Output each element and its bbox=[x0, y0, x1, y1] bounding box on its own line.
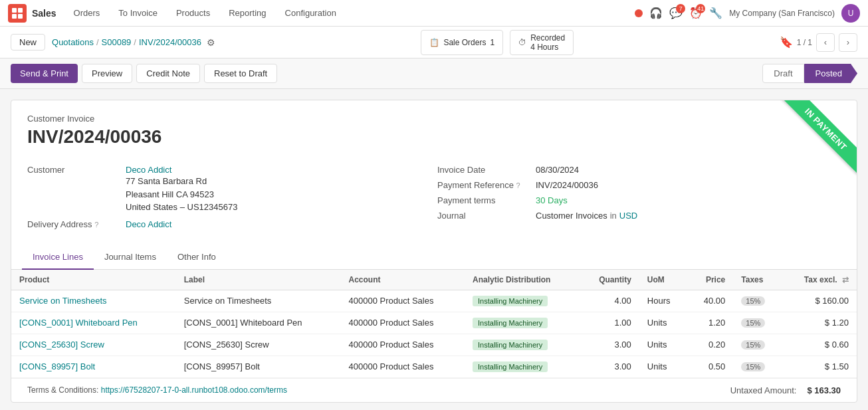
delivery-label: Delivery Address ? bbox=[27, 219, 120, 229]
invoice-header: Customer Invoice INV/2024/00036 bbox=[11, 100, 857, 165]
product-link[interactable]: [CONS_25630] Screw bbox=[19, 340, 104, 350]
sale-orders-icon: 📋 bbox=[429, 38, 439, 47]
tab-invoice-lines[interactable]: Invoice Lines bbox=[22, 245, 94, 270]
send-print-button[interactable]: Send & Print bbox=[11, 64, 78, 83]
row-account: 400000 Product Sales bbox=[341, 290, 465, 312]
prev-arrow[interactable]: ‹ bbox=[816, 33, 835, 52]
breadcrumb-sep2: / bbox=[134, 37, 136, 47]
activity-badge: 41 bbox=[696, 4, 705, 13]
app-logo[interactable] bbox=[8, 4, 27, 23]
svg-rect-3 bbox=[18, 14, 23, 19]
product-link[interactable]: Service on Timesheets bbox=[19, 296, 107, 306]
company-info[interactable]: My Company (San Francisco) bbox=[729, 9, 835, 18]
untaxed-label: Untaxed Amount: bbox=[730, 385, 797, 395]
invoice-table: Product Label Account Analytic Distribut… bbox=[11, 270, 857, 378]
table-header: Product Label Account Analytic Distribut… bbox=[11, 270, 857, 290]
row-price: 0.20 bbox=[687, 334, 733, 356]
preview-button[interactable]: Preview bbox=[82, 64, 132, 83]
customer-name[interactable]: Deco Addict bbox=[126, 165, 237, 175]
product-link[interactable]: [CONS_89957] Bolt bbox=[19, 361, 95, 371]
row-analytic: Installing Machinery bbox=[465, 290, 580, 312]
col-tax-excl: Tax excl. ⇄ bbox=[782, 270, 857, 290]
nav-configuration[interactable]: Configuration bbox=[281, 5, 340, 21]
totals: Untaxed Amount: $ 163.30 bbox=[730, 385, 841, 395]
terms-text: Terms & Conditions: https://67528207-17-… bbox=[27, 385, 287, 395]
customer-row: Customer Deco Addict 77 Santa Barbara Rd… bbox=[27, 165, 431, 214]
next-arrow[interactable]: › bbox=[839, 33, 857, 52]
customer-address1: 77 Santa Barbara Rd bbox=[126, 175, 237, 188]
invoice-date-row: Invoice Date 08/30/2024 bbox=[437, 165, 841, 175]
row-quantity: 3.00 bbox=[580, 356, 639, 377]
new-button[interactable]: New bbox=[11, 34, 45, 51]
payment-ref-label: Payment Reference ? bbox=[437, 180, 530, 190]
row-uom: Units bbox=[639, 334, 687, 356]
invoice-meta: Customer Deco Addict 77 Santa Barbara Rd… bbox=[11, 165, 857, 245]
payment-terms-value[interactable]: 30 Days bbox=[536, 195, 568, 205]
breadcrumb-gear-icon[interactable]: ⚙ bbox=[207, 37, 215, 48]
terms-link[interactable]: https://67528207-17-0-all.runbot108.odoo… bbox=[101, 385, 287, 395]
breadcrumb-s00089[interactable]: S00089 bbox=[102, 37, 132, 47]
recorded-hours-button[interactable]: ⏱ Recorded 4 Hours bbox=[510, 30, 574, 55]
customer-address3: United States – US12345673 bbox=[126, 201, 237, 214]
app-name[interactable]: Sales bbox=[32, 8, 56, 19]
messages-icon[interactable]: 💬7 bbox=[669, 7, 683, 20]
row-analytic: Installing Machinery bbox=[465, 334, 580, 356]
breadcrumb-right: 🔖 1 / 1 ‹ › bbox=[780, 33, 857, 52]
row-quantity: 1.00 bbox=[580, 312, 639, 334]
tab-journal-items[interactable]: Journal Items bbox=[94, 245, 167, 270]
row-label: [CONS_0001] Whiteboard Pen bbox=[176, 312, 341, 334]
col-price: Price bbox=[687, 270, 733, 290]
row-uom: Hours bbox=[639, 290, 687, 312]
product-link[interactable]: [CONS_0001] Whiteboard Pen bbox=[19, 318, 138, 328]
invoice-footer: Terms & Conditions: https://67528207-17-… bbox=[11, 378, 857, 402]
row-price: 40.00 bbox=[687, 290, 733, 312]
nav-reporting[interactable]: Reporting bbox=[225, 5, 270, 21]
table-row: [CONS_0001] Whiteboard Pen [CONS_0001] W… bbox=[11, 312, 857, 334]
breadcrumb-sep1: / bbox=[96, 37, 99, 47]
tab-other-info[interactable]: Other Info bbox=[167, 245, 227, 270]
journal-currency[interactable]: USD bbox=[619, 211, 637, 221]
headset-icon[interactable]: 🎧 bbox=[649, 7, 663, 20]
delivery-help-icon[interactable]: ? bbox=[94, 221, 98, 229]
breadcrumb-center: 📋 Sale Orders 1 ⏱ Recorded 4 Hours bbox=[421, 30, 574, 55]
credit-note-button[interactable]: Credit Note bbox=[136, 64, 200, 83]
col-analytic: Analytic Distribution bbox=[465, 270, 580, 290]
payment-ref-help-icon[interactable]: ? bbox=[516, 181, 520, 189]
row-account: 400000 Product Sales bbox=[341, 334, 465, 356]
company-name: My Company (San Francisco) bbox=[729, 9, 835, 18]
recorded-label: Recorded bbox=[530, 33, 565, 43]
row-analytic: Installing Machinery bbox=[465, 356, 580, 377]
row-taxes: 15% bbox=[733, 290, 782, 312]
invoice-type: Customer Invoice bbox=[27, 114, 841, 124]
journal-value: Customer Invoices bbox=[536, 211, 607, 221]
avatar[interactable]: U bbox=[841, 4, 860, 23]
settings-icon[interactable]: 🔧 bbox=[709, 7, 722, 20]
recorded-value: 4 Hours bbox=[530, 43, 558, 52]
col-label: Label bbox=[176, 270, 341, 290]
bookmark-icon[interactable]: 🔖 bbox=[780, 36, 793, 49]
row-taxes: 15% bbox=[733, 312, 782, 334]
status-posted-button[interactable]: Posted bbox=[804, 64, 857, 83]
row-account: 400000 Product Sales bbox=[341, 356, 465, 377]
breadcrumb-quotations[interactable]: Quotations bbox=[52, 37, 94, 47]
row-label: Service on Timesheets bbox=[176, 290, 341, 312]
activity-icon[interactable]: ⏰41 bbox=[689, 7, 703, 20]
reset-draft-button[interactable]: Reset to Draft bbox=[204, 64, 277, 83]
action-buttons: Send & Print Preview Credit Note Reset t… bbox=[11, 64, 277, 83]
nav-products[interactable]: Products bbox=[172, 5, 214, 21]
sale-orders-value: 1 bbox=[490, 38, 494, 47]
sort-icon[interactable]: ⇄ bbox=[842, 275, 849, 284]
breadcrumb-left: New Quotations / S00089 / INV/2024/00036… bbox=[11, 34, 215, 51]
delivery-name[interactable]: Deco Addict bbox=[126, 219, 171, 229]
nav-to-invoice[interactable]: To Invoice bbox=[114, 5, 162, 21]
row-uom: Units bbox=[639, 312, 687, 334]
table-body: Service on Timesheets Service on Timeshe… bbox=[11, 290, 857, 377]
svg-rect-1 bbox=[18, 8, 23, 13]
tabs: Invoice Lines Journal Items Other Info bbox=[11, 245, 857, 270]
nav-orders[interactable]: Orders bbox=[70, 5, 104, 21]
sale-orders-button[interactable]: 📋 Sale Orders 1 bbox=[421, 30, 503, 55]
status-draft-button[interactable]: Draft bbox=[762, 64, 804, 83]
col-taxes: Taxes bbox=[733, 270, 782, 290]
row-quantity: 3.00 bbox=[580, 334, 639, 356]
journal-in: in bbox=[610, 211, 617, 221]
